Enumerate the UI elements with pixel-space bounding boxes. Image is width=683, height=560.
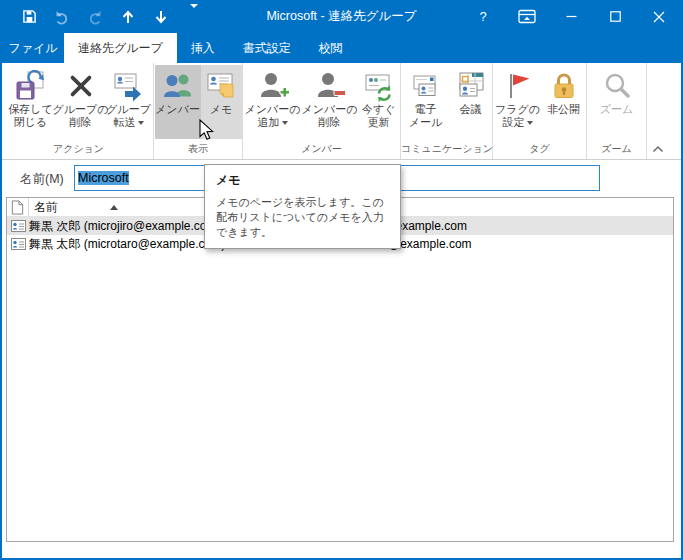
ribbon-group-tags: フラグの 設定 非公開 タグ — [493, 63, 587, 159]
follow-up-button[interactable]: フラグの 設定 — [494, 65, 542, 139]
delete-group-icon — [66, 68, 96, 103]
ribbon-group-communicate: 電子 メール 会議 コミュニケーション — [401, 63, 493, 159]
button-label: メンバーの — [244, 103, 300, 116]
close-icon — [653, 11, 665, 23]
customize-qat-button[interactable] — [185, 5, 203, 29]
page-icon — [11, 200, 24, 215]
minimize-icon — [566, 11, 577, 22]
button-label: 会議 — [460, 103, 482, 116]
redo-icon — [87, 9, 103, 25]
members-view-button[interactable]: メンバー — [155, 65, 201, 139]
group-label-zoom: ズーム — [587, 142, 646, 159]
dropdown-caret-icon — [527, 121, 533, 125]
ribbon-display-options-icon — [518, 9, 536, 24]
button-label: 閉じる — [14, 116, 48, 129]
button-label: フラグの — [495, 103, 540, 116]
button-label: 削除 — [319, 116, 341, 129]
move-up-icon — [122, 10, 134, 24]
item-type-column-header[interactable] — [7, 198, 29, 216]
button-label: 非公開 — [547, 103, 580, 116]
notes-tooltip: メモ メモのページを表示します。この配布リストについてのメモを入力できます。 — [204, 164, 401, 249]
meeting-button[interactable]: 会議 — [450, 65, 492, 139]
button-label: メール — [409, 116, 443, 129]
titlebar: Microsoft - 連絡先グループ ? — [2, 0, 681, 33]
private-button[interactable]: 非公開 — [542, 65, 586, 139]
tab-review[interactable]: 校閲 — [305, 33, 357, 63]
quick-access-toolbar — [20, 5, 203, 29]
forward-group-button[interactable]: グループ 転送 — [106, 65, 152, 139]
ribbon-group-zoom: ズーム ズーム — [587, 63, 647, 159]
move-down-icon — [155, 10, 167, 24]
add-members-icon — [257, 68, 289, 103]
collapse-ribbon-button[interactable] — [649, 142, 667, 156]
minimize-button[interactable] — [549, 0, 593, 33]
remove-member-icon — [314, 68, 346, 103]
members-icon — [162, 68, 194, 103]
button-label: 電子 — [415, 103, 437, 116]
forward-group-icon — [113, 68, 145, 103]
notes-icon — [205, 68, 237, 103]
help-button[interactable]: ? — [461, 0, 505, 33]
name-column-header-label: 名前 — [34, 199, 58, 216]
remove-member-button[interactable]: メンバーの 削除 — [302, 65, 358, 139]
group-label-tags: タグ — [493, 142, 586, 159]
dropdown-caret-icon — [282, 121, 288, 125]
button-label: グループの — [52, 103, 108, 116]
group-label-show: 表示 — [154, 142, 242, 159]
button-label: ズーム — [600, 103, 634, 116]
contact-group-window: Microsoft - 連絡先グループ ? — [0, 0, 683, 560]
tab-file[interactable]: ファイル — [2, 33, 64, 63]
save-and-close-button[interactable]: 保存して 閉じる — [6, 65, 56, 139]
close-button[interactable] — [637, 0, 681, 33]
tooltip-body: メモのページを表示します。この配布リストについてのメモを入力できます。 — [216, 195, 392, 240]
email-button[interactable]: 電子 メール — [402, 65, 450, 139]
name-field-label: 名前(M) — [20, 171, 64, 188]
contact-card-icon — [7, 238, 29, 250]
delete-group-button[interactable]: グループの 削除 — [56, 65, 106, 139]
contact-card-icon — [7, 220, 29, 232]
follow-up-flag-icon — [502, 68, 534, 103]
group-label-members: メンバー — [243, 142, 400, 159]
name-input-selected-text: Microsoft — [78, 171, 129, 185]
button-label: グループ — [106, 103, 151, 116]
ribbon-group-members: メンバーの 追加 メンバーの 削除 今すぐ 更新 — [243, 63, 401, 159]
tooltip-title: メモ — [216, 172, 391, 189]
meeting-icon — [455, 68, 487, 103]
customize-qat-icon — [190, 8, 198, 26]
group-label-actions: アクション — [4, 142, 153, 159]
redo-button[interactable] — [86, 5, 104, 29]
save-button[interactable] — [20, 5, 38, 29]
ribbon-display-options-button[interactable] — [505, 0, 549, 33]
update-now-button[interactable]: 今すぐ 更新 — [358, 65, 400, 139]
zoom-button: ズーム — [594, 65, 640, 139]
help-icon: ? — [479, 9, 486, 24]
maximize-icon — [610, 11, 621, 22]
button-label: メンバーの — [301, 103, 357, 116]
ribbon: 保存して 閉じる グループの 削除 グループ 転送 — [2, 63, 681, 160]
dropdown-caret-icon — [138, 121, 144, 125]
undo-icon — [54, 9, 70, 25]
email-icon — [410, 68, 442, 103]
button-label: 削除 — [70, 116, 92, 129]
undo-button[interactable] — [53, 5, 71, 29]
window-controls: ? — [461, 0, 681, 33]
tab-insert[interactable]: 挿入 — [177, 33, 229, 63]
previous-item-button[interactable] — [119, 5, 137, 29]
ribbon-tab-bar: ファイル 連絡先グループ 挿入 書式設定 校閲 — [2, 33, 681, 63]
ribbon-group-actions: 保存して 閉じる グループの 削除 グループ 転送 — [4, 63, 154, 159]
button-label: 今すぐ — [362, 103, 396, 116]
add-members-button[interactable]: メンバーの 追加 — [244, 65, 302, 139]
maximize-button[interactable] — [593, 0, 637, 33]
button-label: 転送 — [114, 116, 144, 129]
mouse-cursor-icon — [199, 119, 215, 145]
button-label: 更新 — [368, 116, 390, 129]
sort-ascending-icon — [110, 205, 118, 210]
button-label: 設定 — [503, 116, 533, 129]
next-item-button[interactable] — [152, 5, 170, 29]
chevron-up-icon — [652, 145, 664, 153]
tab-format-text[interactable]: 書式設定 — [229, 33, 305, 63]
tab-contact-group[interactable]: 連絡先グループ — [64, 33, 177, 63]
save-icon — [22, 9, 37, 24]
save-and-close-icon — [15, 68, 47, 103]
zoom-icon — [601, 68, 633, 103]
